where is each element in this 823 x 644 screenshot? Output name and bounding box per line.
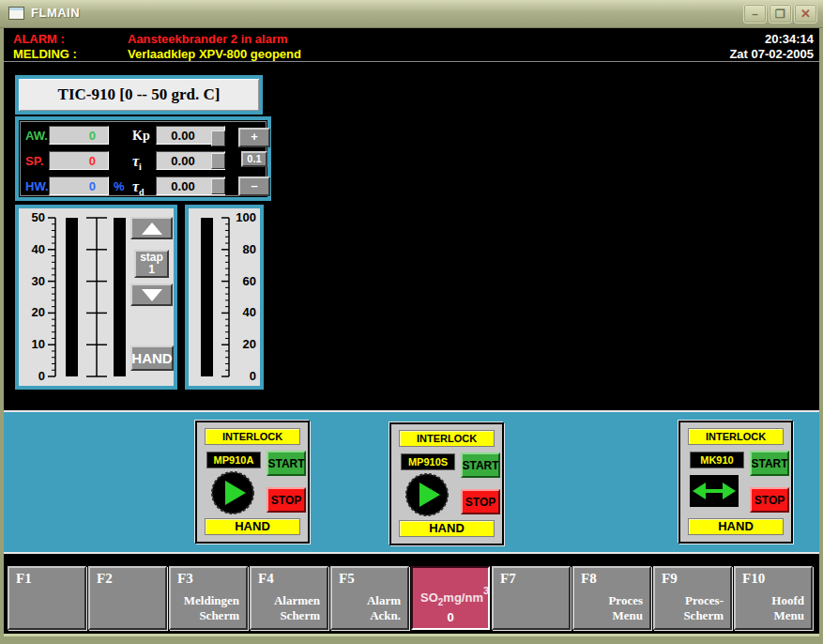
hmi-window: FLMAIN – ❐ ✕ ALARM : Aansteekbrander 2 i…: [0, 0, 823, 644]
melding-label: MELDING :: [13, 47, 128, 61]
increase-button[interactable]: +: [238, 128, 270, 147]
equipment-tag: MP910A: [206, 452, 261, 468]
interlock-panel-mp910a: INTERLOCK MP910A START STOP HAND: [195, 421, 310, 544]
step-size-button[interactable]: 0.1: [241, 151, 267, 167]
start-button[interactable]: START: [750, 451, 789, 476]
stop-button[interactable]: STOP: [750, 487, 789, 513]
hw-unit: %: [114, 179, 125, 193]
date: Zat 07-02-2005: [729, 47, 814, 61]
decrease-button[interactable]: –: [238, 176, 270, 196]
melding-message: Verlaadklep XPV-800 geopend: [128, 47, 729, 61]
measurement-bar-panel: 10080 6040 200: [185, 205, 264, 390]
f5-alarm-ackn-button[interactable]: F5 AlarmAckn.: [330, 566, 409, 630]
left-scale-labels: 5040 3020 100: [21, 210, 45, 384]
step-size-display-button[interactable]: stap1: [134, 250, 169, 278]
main-screen: ALARM : Aansteekbrander 2 in alarm 20:34…: [4, 28, 819, 636]
setpoint-bar: [66, 218, 78, 376]
interlock-panel-mk910: INTERLOCK MK910 START STOP HAND: [678, 421, 793, 544]
f3-meldingen-button[interactable]: F3 MeldingenScherm: [169, 566, 248, 630]
mode-banner: HAND: [688, 518, 784, 535]
hw-value-field: 0: [49, 176, 109, 195]
f10-hoofd-menu-button[interactable]: F10 HoofdMenu: [734, 566, 813, 630]
alarm-message: Aansteekbrander 2 in alarm: [128, 32, 765, 46]
interlock-banner: INTERLOCK: [399, 430, 495, 447]
kp-label: Kp: [132, 129, 150, 146]
alarm-bar: ALARM : Aansteekbrander 2 in alarm 20:34…: [4, 29, 819, 62]
f1-button[interactable]: F1: [8, 566, 86, 630]
aw-label: AW.: [25, 129, 48, 143]
alarm-label: ALARM :: [13, 32, 128, 46]
f7-button[interactable]: F7: [492, 566, 571, 630]
left-scale-ruler: [47, 208, 56, 386]
so2-value: 0: [413, 610, 488, 624]
output-bar: [114, 218, 126, 376]
window-border-highlight: [4, 634, 819, 636]
equipment-tag: MK910: [690, 452, 744, 468]
tau-d-spin-button[interactable]: [211, 178, 225, 194]
f9-proces-scherm-button[interactable]: F9 Proces-Scherm: [653, 566, 732, 630]
interlock-band: INTERLOCK MP910A START STOP HAND INTERLO…: [4, 412, 819, 552]
app-icon: [8, 7, 24, 20]
close-button[interactable]: ✕: [794, 4, 817, 23]
clock: 20:34:14: [765, 32, 814, 46]
tau-d-label: τd: [132, 178, 145, 197]
interlock-banner: INTERLOCK: [205, 428, 300, 445]
separator-line: [4, 552, 819, 554]
interlock-panel-mp910s: INTERLOCK MP910S START STOP HAND: [389, 422, 504, 545]
function-key-bar: F1 F2 F3 MeldingenScherm F4 AlarmenScher…: [4, 566, 819, 634]
sp-value-field: 0: [49, 151, 109, 170]
minimize-button[interactable]: –: [743, 4, 767, 23]
kp-spin-button[interactable]: [211, 130, 225, 146]
f8-proces-menu-button[interactable]: F8 ProcesMenu: [572, 566, 651, 630]
tau-i-label: τi: [132, 153, 142, 172]
start-button[interactable]: START: [267, 451, 306, 476]
center-scale-ruler: [86, 208, 107, 386]
maximize-button[interactable]: ❐: [769, 4, 792, 23]
interlock-banner: INTERLOCK: [688, 428, 784, 445]
window-title: FLMAIN: [31, 6, 80, 20]
hand-mode-button[interactable]: HAND: [130, 345, 174, 371]
start-button[interactable]: START: [461, 452, 500, 478]
arrow-up-icon: [142, 222, 162, 235]
hw-label: HW.: [25, 179, 49, 193]
f4-alarmen-button[interactable]: F4 AlarmenScherm: [250, 566, 328, 630]
measurement-bar: [201, 218, 213, 376]
f2-button[interactable]: F2: [88, 566, 167, 630]
right-scale-labels: 10080 6040 200: [231, 210, 256, 384]
arrow-down-icon: [142, 289, 162, 301]
so2-value-display: SO2mg/nm3 0: [411, 566, 490, 630]
controller-title: TIC-910 [0 -- 50 grd. C]: [15, 75, 263, 115]
controller-parameters: AW. 0 Kp 0.00 + SP. 0 τi 0.00 0.1 HW.: [15, 116, 271, 201]
mode-banner: HAND: [399, 520, 495, 537]
tau-i-spin-button[interactable]: [211, 153, 225, 169]
sp-label: SP.: [25, 154, 43, 168]
pump-running-icon: [210, 470, 255, 519]
titlebar: FLMAIN – ❐ ✕: [0, 0, 823, 28]
step-up-button[interactable]: [130, 217, 173, 239]
equipment-tag: MP910S: [401, 453, 455, 470]
controller-slider-panel: 5040 3020 100 stap1 HAND: [15, 205, 177, 390]
aw-value-field: 0: [49, 126, 109, 145]
mixer-running-icon: [690, 475, 739, 511]
stop-button[interactable]: STOP: [461, 489, 500, 514]
pump-running-icon: [404, 472, 450, 521]
mode-banner: HAND: [205, 518, 300, 535]
stop-button[interactable]: STOP: [267, 487, 306, 513]
right-scale-ruler: [221, 208, 230, 386]
step-down-button[interactable]: [130, 284, 173, 306]
